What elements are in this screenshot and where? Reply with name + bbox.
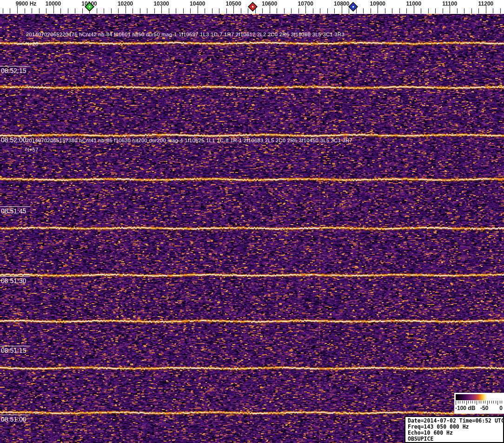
colorbar-gradient — [456, 394, 503, 400]
time-label: 08:51:45 — [1, 207, 27, 215]
ruler-label: 10200 — [118, 0, 133, 7]
ruler-label: 10800 — [334, 0, 349, 7]
colorbar-label-mid: -50 — [480, 405, 488, 411]
info-frequency: Freq=143 050 000 Hz — [408, 424, 503, 430]
ruler-label: 10700 — [298, 0, 313, 7]
ruler-label: 10500 — [225, 0, 241, 7]
ruler-label: 10000 — [46, 0, 61, 7]
ruler-label: 10600 — [262, 0, 277, 7]
detection-annotation: 20140702065157380 hCnt41 nb-86 f10630 hi… — [26, 138, 352, 143]
waterfall-display[interactable]: 08:52:1508:52:0008:51:4508:51:3008:51:15… — [0, 14, 504, 443]
time-offset-annotation: ^t+57 — [25, 147, 39, 152]
time-label: 08:51:30 — [1, 277, 27, 284]
time-label: 08:51:00 — [1, 416, 27, 423]
ruler-label: 11100 — [442, 0, 457, 7]
colorbar-panel: -100 dB -50 0 — [454, 393, 504, 414]
ruler-label: 10900 — [370, 0, 385, 7]
time-label: 08:52:15 — [1, 67, 27, 74]
ruler-label: 10400 — [190, 0, 205, 7]
detection-annotation: 20140702065220476 hCnt42 nb-84 f10601 hi… — [26, 32, 345, 37]
ruler-label: 11000 — [406, 0, 421, 7]
colorbar-label-min: -100 dB — [455, 405, 475, 411]
waterfall-canvas — [0, 14, 504, 443]
time-label: 08:52:00 — [1, 136, 27, 144]
info-date-time: Date=2014-07-02 Time=06:52 UTC — [408, 418, 503, 424]
info-echo: Echo=10 600 Hz — [408, 430, 503, 436]
time-label: 08:51:15 — [1, 347, 27, 354]
time-offset-annotation: ^t+20 — [25, 41, 39, 46]
spectrum-display-window: 9900 Hz100001010010200103001040010500106… — [0, 0, 504, 443]
info-box: Date=2014-07-02 Time=06:52 UTC Freq=143 … — [405, 416, 504, 443]
ruler-label: 9900 Hz — [16, 0, 37, 7]
ruler-label: 11200 — [478, 0, 494, 7]
info-station: OBSUPICE — [408, 436, 503, 442]
frequency-ruler[interactable]: 9900 Hz100001010010200103001040010500106… — [0, 0, 504, 14]
colorbar-label-max: 0 — [499, 405, 503, 411]
ruler-label: 10300 — [153, 0, 169, 7]
